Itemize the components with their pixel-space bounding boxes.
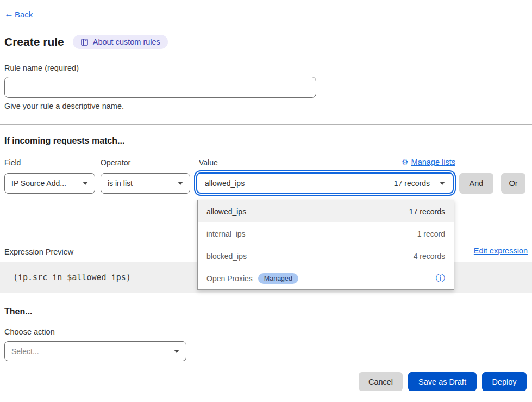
operator-select[interactable]: is in list <box>101 173 190 194</box>
expression-preview-label: Expression Preview <box>4 248 73 256</box>
list-name: internal_ips <box>206 230 246 238</box>
book-icon <box>80 38 89 46</box>
match-section-heading: If incoming requests match... <box>4 136 124 146</box>
value-dropdown-menu: allowed_ips 17 records internal_ips 1 re… <box>197 200 454 290</box>
gear-icon: ⚙ <box>402 158 409 166</box>
rule-name-helper-text: Give your rule a descriptive name. <box>4 102 124 110</box>
choose-action-label: Choose action <box>4 327 55 336</box>
list-records-count: 1 record <box>417 230 445 238</box>
or-button[interactable]: Or <box>501 173 525 194</box>
manage-lists-link[interactable]: ⚙ Manage lists <box>402 158 455 166</box>
info-icon[interactable]: ⓘ <box>436 274 445 283</box>
cancel-button[interactable]: Cancel <box>359 372 403 391</box>
chevron-down-icon <box>174 350 179 353</box>
edit-expression-link[interactable]: Edit expression <box>474 246 528 255</box>
action-select-placeholder: Select... <box>11 347 39 356</box>
value-select-value: allowed_ips <box>205 179 245 188</box>
operator-select-value: is in list <box>108 179 133 188</box>
dropdown-item-open-proxies[interactable]: Open Proxies Managed ⓘ <box>198 267 454 289</box>
deploy-button[interactable]: Deploy <box>482 372 527 391</box>
manage-lists-label: Manage lists <box>411 158 455 166</box>
list-records-count: 17 records <box>409 207 445 216</box>
about-custom-rules-link[interactable]: About custom rules <box>73 35 168 49</box>
back-link[interactable]: ← Back <box>4 9 33 20</box>
action-select[interactable]: Select... <box>4 341 186 361</box>
about-badge-label: About custom rules <box>93 38 160 46</box>
field-label: Field <box>4 158 21 167</box>
list-records-count: 4 records <box>414 252 445 261</box>
page-title: Create rule <box>4 35 64 48</box>
value-label: Value <box>199 158 218 167</box>
field-select[interactable]: IP Source Add... <box>4 173 95 194</box>
value-select-records-count: 17 records <box>394 179 430 188</box>
dropdown-item-allowed-ips[interactable]: allowed_ips 17 records <box>198 200 454 222</box>
dropdown-item-blocked-ips[interactable]: blocked_ips 4 records <box>198 245 454 267</box>
value-select[interactable]: allowed_ips 17 records <box>196 172 454 194</box>
rule-name-label: Rule name (required) <box>4 64 79 72</box>
field-select-value: IP Source Add... <box>11 179 66 188</box>
managed-badge: Managed <box>258 273 298 284</box>
expression-code: (ip.src in $allowed_ips) <box>13 273 131 282</box>
title-row: Create rule About custom rules <box>4 35 168 49</box>
create-rule-page: ← Back Create rule About custom rules Ru… <box>0 0 532 402</box>
list-name: blocked_ips <box>206 252 247 261</box>
then-section-heading: Then... <box>4 307 33 317</box>
and-button[interactable]: And <box>459 173 493 194</box>
section-divider <box>0 124 532 125</box>
back-arrow-icon: ← <box>4 9 14 20</box>
list-name: Open Proxies <box>206 274 253 283</box>
dropdown-item-internal-ips[interactable]: internal_ips 1 record <box>198 222 454 245</box>
list-name: allowed_ips <box>206 207 246 216</box>
operator-label: Operator <box>101 158 130 167</box>
chevron-down-icon <box>178 182 183 185</box>
chevron-down-icon <box>83 182 88 185</box>
rule-name-input[interactable] <box>4 77 316 98</box>
chevron-down-icon <box>440 182 445 185</box>
save-as-draft-button[interactable]: Save as Draft <box>408 372 477 391</box>
back-label: Back <box>15 10 33 19</box>
